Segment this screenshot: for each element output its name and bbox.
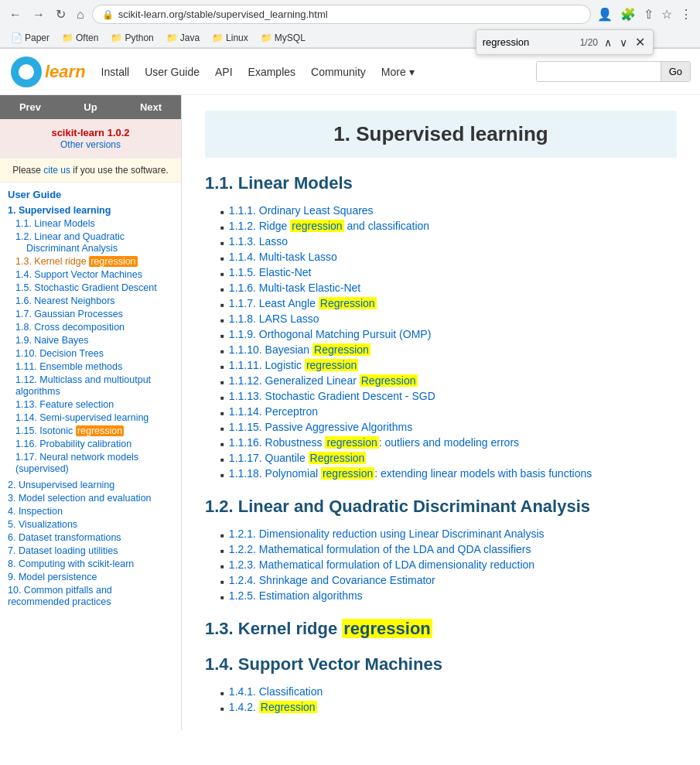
link-1-1-10[interactable]: 1.1.10. Bayesian Regression — [229, 343, 370, 356]
list-item: 1.2.4. Shrinkage and Covariance Estimato… — [220, 572, 677, 588]
link-1-1-3[interactable]: 1.1.3. Lasso — [229, 235, 288, 248]
profile-icon[interactable]: 👤 — [596, 5, 614, 23]
link-1-1-4[interactable]: 1.1.4. Multi-task Lasso — [229, 251, 337, 263]
next-button[interactable]: Next — [121, 95, 181, 119]
address-text: scikit-learn.org/stable/supervised_learn… — [118, 9, 328, 20]
logo[interactable]: learn — [9, 55, 86, 89]
link-1-1-18[interactable]: 1.1.18. Polynomial regression: extending… — [229, 467, 592, 480]
cite-box: Please cite us if you use the software. — [0, 159, 181, 183]
home-button[interactable]: ⌂ — [73, 6, 87, 23]
site-search-input[interactable] — [537, 62, 661, 81]
site-header: learn Install User Guide API Examples Co… — [0, 49, 700, 95]
bookmark-java[interactable]: 📁 Java — [162, 31, 204, 45]
sidebar-link-feature-selection[interactable]: 1.13. Feature selection — [15, 399, 114, 410]
link-1-4-2[interactable]: 1.4.2. Regression — [229, 701, 317, 713]
sidebar-item-semi-supervised: 1.14. Semi-supervised learning — [8, 411, 173, 424]
link-1-1-15[interactable]: 1.1.15. Passive Aggressive Algorithms — [229, 421, 412, 433]
share-icon[interactable]: ⇧ — [642, 5, 655, 23]
sidebar-link-kernel-ridge[interactable]: 1.3. Kernel ridge regression — [15, 256, 138, 267]
link-1-1-13[interactable]: 1.1.13. Stochastic Gradient Descent - SG… — [229, 390, 435, 402]
sidebar-link-dataset-transform[interactable]: 6. Dataset transformations — [8, 532, 121, 543]
nav-install[interactable]: Install — [101, 63, 130, 81]
sidebar-link-lda[interactable]: 1.2. Linear and Quadratic Discriminant A… — [15, 231, 125, 254]
sidebar-link-model-selection[interactable]: 3. Model selection and evaluation — [8, 493, 152, 504]
reload-button[interactable]: ↻ — [53, 5, 69, 23]
sidebar-link-pitfalls[interactable]: 10. Common pitfalls and recommended prac… — [8, 585, 112, 607]
cite-link[interactable]: cite us — [43, 165, 70, 176]
link-1-4-1[interactable]: 1.4.1. Classification — [229, 685, 323, 698]
address-bar[interactable]: 🔒 scikit-learn.org/stable/supervised_lea… — [92, 5, 591, 24]
sidebar-link-computing[interactable]: 8. Computing with scikit-learn — [8, 558, 134, 569]
link-1-1-11[interactable]: 1.1.11. Logistic regression — [229, 359, 358, 371]
link-1-1-8[interactable]: 1.1.8. LARS Lasso — [229, 312, 319, 325]
sidebar-item-lda: 1.2. Linear and Quadratic Discriminant A… — [8, 230, 173, 254]
sidebar-link-ensemble[interactable]: 1.11. Ensemble methods — [15, 361, 122, 372]
bookmark-often[interactable]: 📁 Often — [57, 31, 103, 45]
nav-user-guide[interactable]: User Guide — [145, 63, 200, 81]
bookmark-mysql[interactable]: 📁 MySQL — [256, 31, 310, 45]
site-search-go-button[interactable]: Go — [661, 62, 690, 81]
sidebar-link-inspection[interactable]: 4. Inspection — [8, 506, 63, 517]
sidebar-link-prob-calibration[interactable]: 1.16. Probability calibration — [15, 439, 131, 449]
link-1-2-4[interactable]: 1.2.4. Shrinkage and Covariance Estimato… — [229, 574, 435, 586]
nav-examples[interactable]: Examples — [248, 63, 295, 81]
link-1-1-1[interactable]: 1.1.1. Ordinary Least Squares — [229, 204, 374, 217]
prev-button[interactable]: Prev — [0, 95, 60, 119]
nav-more[interactable]: More ▾ — [381, 63, 415, 81]
sidebar-item-neural-net: 1.17. Neural network models (supervised) — [8, 450, 173, 475]
nav-api[interactable]: API — [215, 63, 233, 81]
link-1-2-1[interactable]: 1.2.1. Dimensionality reduction using Li… — [229, 528, 545, 540]
link-1-1-9[interactable]: 1.1.9. Orthogonal Matching Pursuit (OMP) — [229, 328, 431, 340]
nav-community[interactable]: Community — [311, 63, 366, 81]
link-1-1-7[interactable]: 1.1.7. Least Angle Regression — [229, 297, 377, 309]
sidebar-link-persistence[interactable]: 9. Model persistence — [8, 572, 97, 582]
other-versions-link[interactable]: Other versions — [60, 139, 121, 150]
forward-button[interactable]: → — [29, 6, 48, 23]
link-1-1-17[interactable]: 1.1.17. Quantile Regression — [229, 452, 367, 464]
link-1-2-2[interactable]: 1.2.2. Mathematical formulation of the L… — [229, 543, 531, 555]
list-item: 1.1.10. Bayesian Regression — [220, 342, 677, 357]
sidebar-link-naive-bayes[interactable]: 1.9. Naive Bayes — [15, 335, 89, 346]
back-button[interactable]: ← — [6, 6, 25, 23]
link-1-1-6[interactable]: 1.1.6. Multi-task Elastic-Net — [229, 282, 360, 294]
sidebar-item-prob-calibration: 1.16. Probability calibration — [8, 437, 173, 450]
section-1-4-heading: 1.4. Support Vector Machines — [205, 654, 677, 674]
section-1-1-heading: 1.1. Linear Models — [205, 173, 677, 193]
find-next-button[interactable]: ∨ — [618, 35, 629, 50]
sidebar-link-neural-net[interactable]: 1.17. Neural network models (supervised) — [15, 452, 138, 474]
sidebar-link-visualizations[interactable]: 5. Visualizations — [8, 519, 77, 530]
sidebar-link-multiclass[interactable]: 1.12. Multiclass and multioutput algorit… — [15, 374, 151, 397]
find-close-button[interactable]: ✕ — [633, 33, 647, 51]
link-1-2-3[interactable]: 1.2.3. Mathematical formulation of LDA d… — [229, 558, 534, 571]
link-1-1-16[interactable]: 1.1.16. Robustness regression: outliers … — [229, 436, 519, 449]
list-item: 1.1.13. Stochastic Gradient Descent - SG… — [220, 388, 677, 404]
sidebar-link-neighbors[interactable]: 1.6. Nearest Neighbors — [15, 295, 115, 306]
bookmark-linux[interactable]: 📁 Linux — [207, 31, 253, 45]
sidebar-link-semi-supervised[interactable]: 1.14. Semi-supervised learning — [15, 412, 149, 423]
sidebar-item-naive-bayes: 1.9. Naive Bayes — [8, 333, 173, 347]
sidebar-link-unsupervised[interactable]: 2. Unsupervised learning — [8, 480, 114, 490]
link-1-1-2[interactable]: 1.1.2. Ridge regression and classificati… — [229, 220, 429, 232]
menu-icon[interactable]: ⋮ — [678, 5, 694, 23]
sidebar-link-linear-models[interactable]: 1.1. Linear Models — [15, 218, 95, 229]
up-button[interactable]: Up — [60, 95, 121, 119]
link-1-2-5[interactable]: 1.2.5. Estimation algorithms — [229, 589, 363, 602]
sidebar-link-isotonic[interactable]: 1.15. Isotonic regression — [15, 425, 124, 436]
extensions-icon[interactable]: 🧩 — [619, 5, 637, 23]
sidebar-link-supervised[interactable]: 1. Supervised learning — [8, 205, 111, 216]
sidebar-link-decision-trees[interactable]: 1.10. Decision Trees — [15, 348, 104, 359]
bookmark-python[interactable]: 📁 Python — [106, 31, 158, 45]
link-1-1-12[interactable]: 1.1.12. Generalized Linear Regression — [229, 374, 418, 387]
sidebar-link-gaussian[interactable]: 1.7. Gaussian Processes — [15, 309, 123, 319]
find-input[interactable] — [483, 36, 575, 48]
bookmark-icon[interactable]: ☆ — [660, 5, 674, 23]
bookmark-paper[interactable]: 📄 Paper — [6, 31, 54, 45]
sidebar-item-persistence: 9. Model persistence — [8, 570, 173, 583]
sidebar-link-svm[interactable]: 1.4. Support Vector Machines — [15, 269, 142, 280]
sidebar-link-cross-decomp[interactable]: 1.8. Cross decomposition — [15, 322, 125, 333]
link-1-1-14[interactable]: 1.1.14. Perceptron — [229, 405, 318, 418]
sidebar-link-sgd[interactable]: 1.5. Stochastic Gradient Descent — [15, 282, 157, 293]
find-prev-button[interactable]: ∧ — [603, 35, 613, 50]
link-1-1-5[interactable]: 1.1.5. Elastic-Net — [229, 266, 312, 278]
sidebar-link-dataset-loading[interactable]: 7. Dataset loading utilities — [8, 545, 118, 556]
